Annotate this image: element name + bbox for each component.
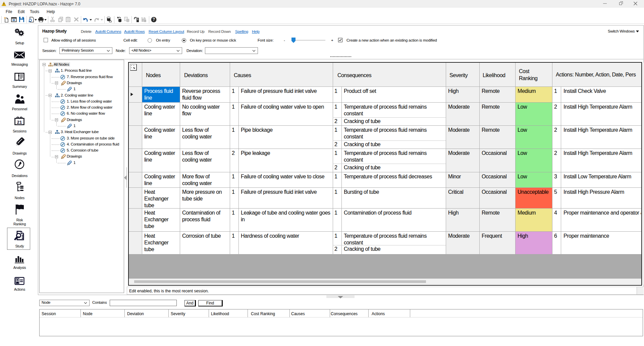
svg-text:21: 21 <box>17 120 22 125</box>
